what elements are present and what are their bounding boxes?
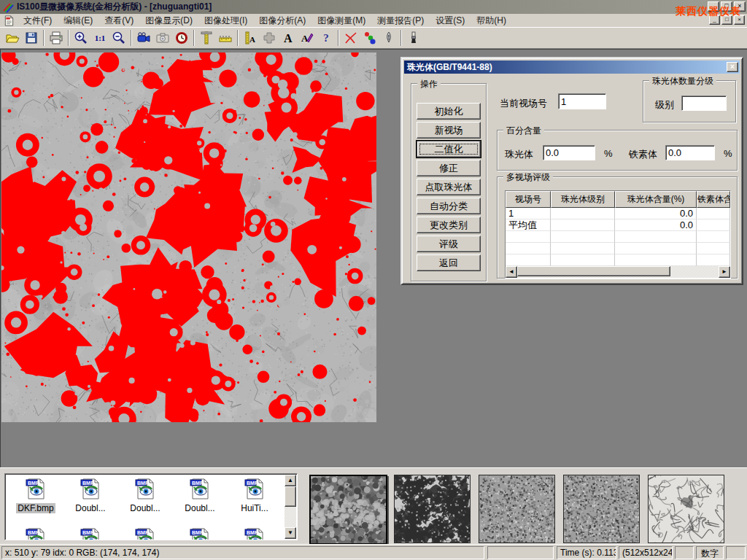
menu-image-processing[interactable]: 图像处理(I): [198, 13, 253, 28]
grid-cross-button[interactable]: [260, 28, 279, 47]
menu-settings[interactable]: 设置(S): [430, 13, 471, 28]
file-item[interactable]: BMP HuiTi...: [228, 477, 281, 513]
file-name: Doubl...: [128, 503, 161, 513]
document-icon[interactable]: [3, 15, 15, 26]
scrollbar-thumb[interactable]: [517, 266, 670, 276]
col-ferrite-content[interactable]: 铁素体含量(%): [697, 191, 730, 208]
menu-bar: 文件(F) 编辑(E) 查看(V) 图像显示(D) 图像处理(I) 图像分析(A…: [0, 14, 747, 28]
new-field-button[interactable]: 新视场: [417, 122, 481, 139]
calibration-button[interactable]: A: [241, 28, 260, 47]
file-item[interactable]: BMP: [228, 526, 281, 540]
thumbnail-1[interactable]: [309, 475, 387, 545]
table-row[interactable]: 1 0.0: [506, 208, 730, 219]
thumbnail-5[interactable]: [648, 475, 724, 543]
file-item[interactable]: BMP Doubl...: [119, 477, 171, 513]
scroll-right-icon[interactable]: ►: [719, 266, 730, 278]
file-list-scrollbar[interactable]: ▲ ▼: [285, 475, 296, 539]
menu-image-display[interactable]: 图像显示(D): [139, 13, 198, 28]
edit-text-button[interactable]: A: [298, 28, 317, 47]
current-field-input[interactable]: [558, 93, 606, 109]
file-item[interactable]: BMP: [64, 526, 117, 540]
menu-image-measure[interactable]: 图像测量(M): [311, 13, 371, 28]
bmp-eye-icon: BMP: [188, 477, 212, 500]
brush-tool-button[interactable]: [404, 28, 423, 47]
print-button[interactable]: [47, 28, 66, 47]
toolbar-separator: [193, 30, 195, 46]
help-button[interactable]: ?: [317, 28, 336, 47]
open-folder-button[interactable]: [3, 28, 22, 47]
status-empty-panel: [675, 546, 694, 559]
text-annotation-button[interactable]: A: [279, 28, 298, 47]
scrollbar-thumb[interactable]: [285, 486, 296, 507]
ferrite-percent-sign: %: [724, 148, 732, 159]
correct-button[interactable]: 修正: [417, 160, 481, 176]
snapshot-button[interactable]: [153, 28, 172, 47]
zoom-in-button[interactable]: [71, 28, 90, 47]
svg-text:A: A: [249, 35, 255, 44]
timer-button[interactable]: [172, 28, 191, 47]
file-item[interactable]: BMP: [119, 526, 171, 540]
change-class-button[interactable]: 更改类别: [417, 217, 481, 233]
file-item[interactable]: BMP DKF.bmp: [9, 477, 62, 513]
bmp-eye-icon: BMP: [243, 526, 266, 540]
multifield-group: 多视场评级 视场号 珠光体级别 珠光体含量(%) 铁素体含量(%) 1 0.0 …: [497, 176, 738, 279]
scroll-left-icon[interactable]: ◄: [506, 266, 517, 278]
col-pearlite-content[interactable]: 珠光体含量(%): [615, 191, 697, 208]
status-cursor-info: x: 510 y: 79 idx: 0 RGB: (174, 174, 174): [1, 546, 484, 559]
menu-image-analysis[interactable]: 图像分析(A): [253, 13, 311, 28]
zoom-out-button[interactable]: [109, 28, 128, 47]
scroll-down-icon[interactable]: ▼: [285, 527, 296, 539]
save-button[interactable]: [22, 28, 41, 47]
col-field-no[interactable]: 视场号: [506, 191, 551, 208]
return-button[interactable]: 返回: [417, 254, 481, 271]
file-item[interactable]: BMP Doubl...: [174, 477, 226, 513]
file-list[interactable]: BMP DKF.bmp BMP Doubl... BMP Doubl... BM…: [4, 473, 298, 540]
edit-text-icon: A: [300, 31, 314, 45]
curve-tool-button[interactable]: [341, 28, 360, 47]
grade-button[interactable]: 评级: [417, 236, 481, 252]
menu-view[interactable]: 查看(V): [98, 13, 139, 28]
svg-text:BMP: BMP: [28, 530, 39, 535]
scroll-up-icon[interactable]: ▲: [285, 475, 296, 486]
file-item[interactable]: BMP Doubl...: [64, 477, 117, 513]
bmp-eye-icon: BMP: [79, 477, 102, 500]
svg-text:BMP: BMP: [137, 530, 149, 535]
menu-file[interactable]: 文件(F): [18, 13, 58, 28]
actual-size-button[interactable]: 1:1: [90, 28, 109, 47]
menu-help[interactable]: 帮助(H): [471, 13, 512, 28]
thumbnail-2[interactable]: [394, 475, 471, 543]
init-button[interactable]: 初始化: [417, 103, 481, 120]
ferrite-percent-input[interactable]: [665, 145, 715, 160]
thumbnail-4[interactable]: [563, 475, 640, 543]
zoom-in-icon: [74, 31, 88, 45]
pearlite-label: 珠光体: [505, 148, 533, 161]
menu-measure-report[interactable]: 测量报告(P): [371, 13, 430, 28]
table-horizontal-scrollbar[interactable]: ◄ ►: [506, 266, 730, 278]
table-row[interactable]: 平均值 0.0: [506, 219, 730, 231]
col-pearlite-level[interactable]: 珠光体级别: [551, 191, 615, 208]
status-bar: x: 510 y: 79 idx: 0 RGB: (174, 174, 174)…: [0, 544, 747, 560]
pick-pearlite-button[interactable]: 点取珠光体: [417, 179, 481, 195]
auto-classify-button[interactable]: 自动分类: [417, 198, 481, 214]
dialog-close-button[interactable]: ×: [727, 62, 738, 72]
level-input[interactable]: [681, 96, 727, 111]
caliper-measure-button[interactable]: [197, 28, 216, 47]
pen-tool-button[interactable]: [379, 28, 398, 47]
binarize-button[interactable]: 二值化: [417, 141, 481, 158]
thumbnail-3[interactable]: [479, 475, 555, 543]
classify-dots-icon: [363, 31, 377, 45]
menu-edit[interactable]: 编辑(E): [58, 13, 98, 28]
file-item[interactable]: BMP: [174, 526, 226, 540]
grading-table: 视场号 珠光体级别 珠光体含量(%) 铁素体含量(%) 1 0.0 平均值 0.…: [505, 190, 731, 279]
metallographic-image[interactable]: [1, 52, 376, 422]
print-icon: [49, 31, 63, 45]
dialog-title-bar[interactable]: 珠光体(GB/T9441-88) ×: [404, 61, 740, 74]
dialog-title: 珠光体(GB/T9441-88): [407, 61, 492, 74]
ruler-measure-button[interactable]: [216, 28, 235, 47]
file-item[interactable]: BMP: [9, 526, 62, 540]
bmp-eye-icon: BMP: [79, 526, 102, 540]
video-capture-button[interactable]: [134, 28, 153, 47]
classify-button[interactable]: [360, 28, 379, 47]
pearlite-percent-input[interactable]: [543, 145, 595, 160]
toolbar-separator: [400, 30, 402, 46]
